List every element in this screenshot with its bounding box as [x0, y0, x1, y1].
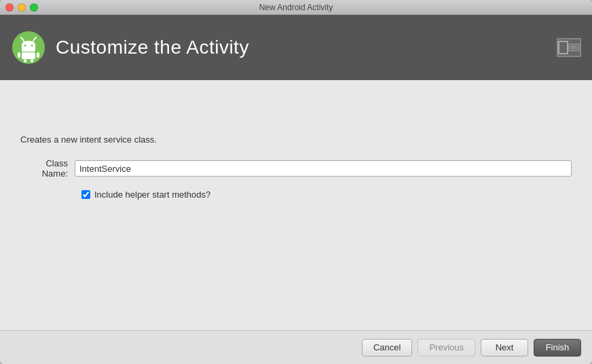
- svg-rect-8: [24, 59, 26, 62]
- minimize-button[interactable]: [18, 3, 26, 12]
- svg-rect-9: [31, 59, 33, 62]
- main-window: New Android Activity: [0, 0, 592, 364]
- finish-button[interactable]: Finish: [534, 339, 581, 357]
- content-area: Creates a new intent service class. Clas…: [0, 80, 592, 330]
- svg-rect-7: [37, 52, 39, 58]
- svg-point-3: [24, 45, 26, 47]
- header-section: Customize the Activity: [0, 15, 592, 80]
- svg-point-4: [31, 45, 33, 47]
- helper-methods-checkbox[interactable]: [81, 190, 90, 199]
- class-name-label: Class Name:: [20, 158, 75, 179]
- class-name-input[interactable]: [75, 160, 572, 177]
- window-title: New Android Activity: [259, 3, 333, 12]
- maximize-button[interactable]: [30, 3, 38, 12]
- description-text: Creates a new intent service class.: [20, 134, 572, 145]
- title-bar: New Android Activity: [0, 0, 592, 15]
- android-logo-icon: [11, 30, 46, 65]
- previous-button[interactable]: Previous: [418, 339, 475, 357]
- next-button[interactable]: Next: [481, 339, 528, 357]
- svg-rect-6: [18, 52, 20, 58]
- helper-methods-label[interactable]: Include helper start methods?: [94, 189, 210, 200]
- class-name-row: Class Name:: [20, 158, 572, 179]
- helper-methods-row: Include helper start methods?: [81, 189, 572, 200]
- header-title: Customize the Activity: [56, 37, 249, 58]
- svg-rect-11: [571, 46, 578, 50]
- close-button[interactable]: [5, 3, 14, 12]
- svg-rect-5: [22, 52, 35, 59]
- footer-section: Cancel Previous Next Finish: [0, 330, 592, 364]
- preview-icon: [557, 38, 581, 57]
- window-controls: [5, 3, 38, 12]
- cancel-button[interactable]: Cancel: [362, 339, 412, 357]
